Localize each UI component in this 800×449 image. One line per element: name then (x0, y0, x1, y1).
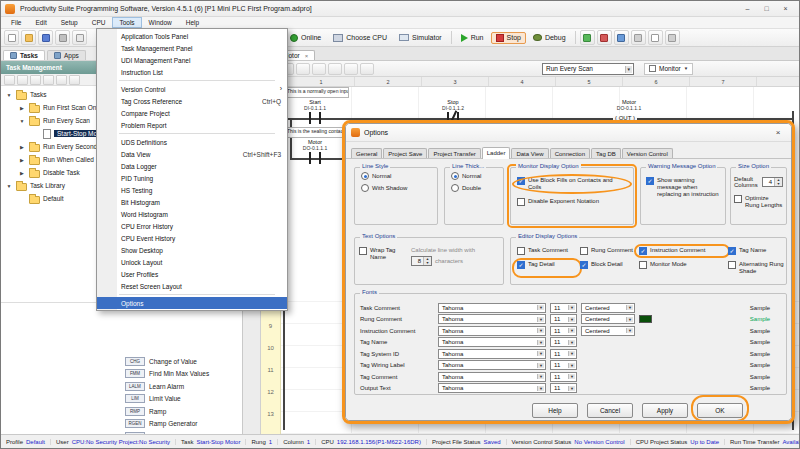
tools-menu-item[interactable]: HS Testing (97, 184, 287, 196)
font-size-select[interactable]: 11 (550, 326, 577, 336)
dialog-tab[interactable]: Project Save (383, 148, 427, 158)
line-style-radio[interactable]: Normal (361, 172, 437, 180)
font-align-select[interactable]: Centered (581, 303, 635, 313)
font-family-select[interactable]: Tahoma (438, 383, 546, 393)
menu-item[interactable]: File (4, 17, 28, 28)
add-task-icon[interactable] (4, 75, 15, 85)
monitor-mode-icon[interactable] (614, 30, 629, 45)
monitor-toggle[interactable]: Monitor ▼ (644, 63, 693, 75)
instruction-list-item[interactable]: LALM Learn Alarm (1, 380, 242, 393)
tools-menu-item[interactable]: User Profiles (97, 268, 287, 280)
default-columns-stepper[interactable]: 4 ▲▼ (762, 177, 783, 187)
tools-menu-item[interactable]: Problem Report (97, 119, 287, 131)
optimize-rung-lengths-checkbox[interactable]: Optimize Rung Lengths (734, 195, 783, 209)
close-button[interactable]: × (776, 2, 795, 16)
contact-tool-icon[interactable] (312, 63, 326, 75)
normally-open-contact-symbol[interactable] (309, 152, 321, 164)
tree-expander-icon[interactable]: ▼ (5, 183, 13, 189)
font-size-select[interactable]: 11 (550, 360, 577, 370)
font-align-select[interactable]: Centered (581, 314, 635, 324)
coil-motor[interactable]: Motor DO-0.1.1.1 (599, 99, 659, 111)
tools-menu-item[interactable]: Bit Histogram (97, 196, 287, 208)
comment-tool-icon[interactable] (344, 63, 358, 75)
dock-tab[interactable]: Apps (47, 50, 86, 60)
debug-button[interactable]: Debug (528, 32, 571, 43)
rename-task-icon[interactable] (30, 75, 41, 85)
font-color-swatch[interactable] (639, 315, 652, 323)
dialog-button[interactable]: Apply (642, 403, 688, 418)
dialog-button[interactable]: OK (697, 403, 743, 418)
tools-menu-item[interactable]: Version Control (97, 83, 287, 95)
choose-cpu-button[interactable]: Choose CPU (328, 32, 392, 44)
move-up-icon[interactable] (56, 75, 67, 85)
dialog-button[interactable]: Cancel (587, 403, 633, 418)
menu-item[interactable]: Edit (28, 17, 53, 28)
tools-menu-item[interactable]: Task Management Panel (97, 42, 287, 54)
font-size-select[interactable]: 11 (550, 349, 577, 359)
font-family-select[interactable]: Tahoma (438, 349, 546, 359)
tools-menu-item[interactable]: Instruction List (97, 66, 287, 78)
run-button[interactable]: Run (456, 32, 489, 44)
tools-menu-item[interactable]: Word Histogram (97, 208, 287, 220)
branch-tool-icon[interactable] (296, 63, 310, 75)
dialog-tab[interactable]: Connection (550, 148, 590, 158)
dialog-tab[interactable]: Project Transfer (428, 148, 480, 158)
font-family-select[interactable]: Tahoma (438, 303, 546, 313)
tree-expander-icon[interactable]: ▼ (18, 118, 26, 124)
normally-open-contact-symbol[interactable] (309, 112, 321, 124)
tools-menu-item[interactable]: Application Tools Panel (97, 30, 287, 42)
editor-display-checkbox[interactable]: Alternating Rung Shade (728, 261, 788, 275)
scan-mode-select[interactable]: Run Every Scan (542, 63, 634, 75)
tools-menu-item[interactable]: UDI Management Panel (97, 54, 287, 66)
tag-database-icon[interactable] (648, 30, 663, 45)
tools-menu-item[interactable]: CPU Event History (97, 232, 287, 244)
instruction-list-item[interactable]: RGEN Ramp Generator (1, 418, 242, 431)
zoom-tool-icon[interactable] (360, 63, 374, 75)
instruction-list-item[interactable]: CHG Change of Value (1, 355, 242, 368)
maximize-button[interactable]: □ (757, 2, 776, 16)
tools-menu-item[interactable]: Show Desktop (97, 244, 287, 256)
font-size-select[interactable]: 11 (550, 314, 577, 324)
dialog-close-icon[interactable]: × (770, 128, 786, 137)
editor-display-checkbox[interactable]: Monitor Mode (639, 261, 725, 275)
line-thickness-radio[interactable]: Normal (451, 172, 503, 180)
tools-menu-item[interactable]: Data View Ctrl+Shift+F3 (97, 148, 287, 160)
tools-menu-item[interactable]: Unlock Layout (97, 256, 287, 268)
menu-item[interactable]: Tools (112, 17, 141, 28)
instruction-list-item[interactable]: FMM Find Min Max Values (1, 368, 242, 381)
rung-number[interactable]: 10 (261, 345, 280, 367)
menu-item[interactable]: CPU (85, 17, 113, 28)
contact-start[interactable]: Start DI-0.1.1.1 (285, 99, 345, 111)
menu-item[interactable]: Setup (54, 17, 85, 28)
instruction-list-item[interactable]: LIM Limit Value (1, 393, 242, 406)
rung-number[interactable]: 9 (261, 323, 280, 345)
tree-expander-icon[interactable]: ▼ (5, 92, 13, 98)
simulator-button[interactable]: Simulator (394, 32, 447, 43)
menu-item[interactable]: Window (142, 17, 179, 28)
line-thickness-radio[interactable]: Double (451, 184, 503, 192)
editor-display-checkbox[interactable]: Instruction Comment (639, 247, 725, 255)
transfer-to-cpu-icon[interactable] (580, 30, 595, 45)
font-size-select[interactable]: 11 (550, 372, 577, 382)
tools-menu-item[interactable]: Compare Project (97, 107, 287, 119)
tab-close-icon[interactable]: × (305, 53, 309, 59)
dock-tab[interactable]: Tasks (3, 50, 45, 60)
instruction-comment[interactable]: This is the sealing contact (285, 127, 349, 138)
data-view-icon[interactable] (631, 30, 646, 45)
font-size-select[interactable]: 11 (550, 303, 577, 313)
tools-menu-item[interactable]: Reset Screen Layout (97, 280, 287, 292)
dialog-tab[interactable]: Version Control (622, 148, 673, 158)
font-family-select[interactable]: Tahoma (438, 337, 546, 347)
font-size-select[interactable]: 11 (550, 337, 577, 347)
tools-menu-item[interactable]: Tag Cross Reference Ctrl+Q (97, 95, 287, 107)
wrap-tag-name-checkbox[interactable]: Wrap Tag Name (359, 247, 405, 266)
new-project-icon[interactable] (4, 30, 19, 45)
editor-display-checkbox[interactable]: Tag Detail (517, 261, 577, 275)
tools-menu-item[interactable]: Data Logger (97, 160, 287, 172)
rung-number[interactable]: 12 (261, 389, 280, 411)
contact-motor-seal[interactable]: Motor DO-0.1.1.1 (285, 139, 345, 151)
cut-icon[interactable] (55, 30, 70, 45)
save-icon[interactable] (38, 30, 53, 45)
copy-icon[interactable] (72, 30, 87, 45)
editor-display-checkbox[interactable]: Tag Name (728, 247, 788, 255)
